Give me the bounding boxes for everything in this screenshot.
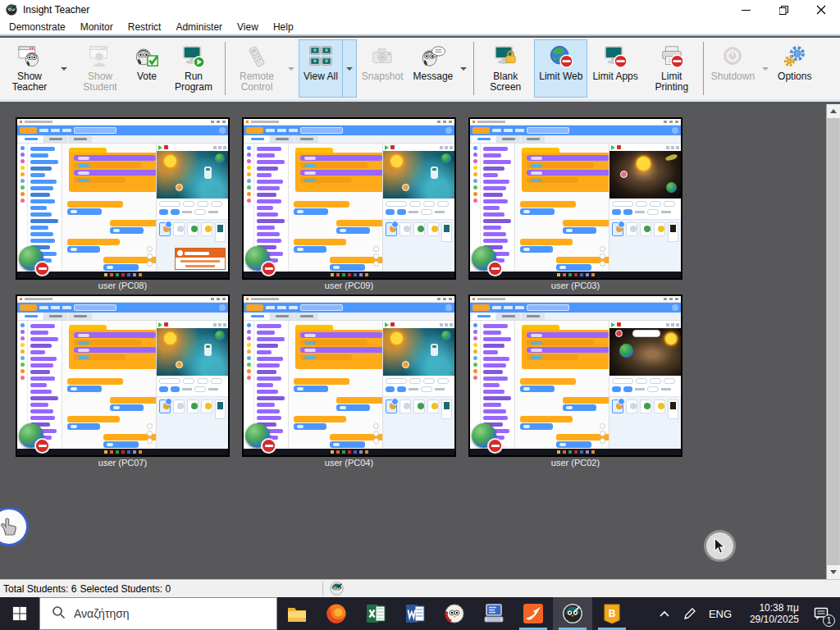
taskbar-icon-insight[interactable] [553, 597, 592, 630]
no-entry-icon [487, 261, 503, 276]
menu-help[interactable]: Help [266, 20, 301, 34]
menu-monitor[interactable]: Monitor [73, 20, 121, 34]
sun-sprite [164, 155, 176, 167]
saturn-sprite [664, 153, 678, 162]
student-screen-frame [242, 117, 456, 280]
run-program-button[interactable]: Run Program [165, 39, 222, 98]
dropdown-arrow[interactable] [457, 40, 470, 97]
vote-button[interactable]: Vote [129, 39, 165, 98]
green-flag-icon [158, 145, 162, 150]
no-entry-icon [261, 438, 276, 454]
earth-sprite [215, 153, 225, 163]
dropdown-arrow [759, 40, 772, 97]
taskbar-icon-computer-app[interactable] [474, 597, 514, 630]
selected-students-label: Selected Students: 0 [76, 583, 171, 595]
limit-printing-icon [659, 43, 685, 70]
restore-button[interactable] [765, 0, 802, 20]
student-thumbnail[interactable]: user (PC04) [242, 294, 456, 468]
menu-administer[interactable]: Administer [168, 20, 230, 34]
options-button[interactable]: Options [773, 39, 816, 98]
show-teacher-icon [16, 43, 43, 70]
menu-bar: DemonstrateMonitorRestrictAdministerView… [0, 20, 840, 36]
student-thumbnails-area: user (PC08) [0, 104, 826, 579]
menu-restrict[interactable]: Restrict [121, 20, 169, 34]
start-button[interactable] [0, 597, 39, 630]
language-indicator[interactable]: ENG [704, 597, 737, 630]
clock[interactable]: 10:38 πμ 29/10/2025 [737, 597, 802, 630]
minimize-button[interactable] [727, 0, 765, 20]
toolbar-button-label: Limit Web [539, 71, 582, 82]
insight-owl-icon [5, 3, 18, 16]
scroll-up-arrow[interactable] [827, 104, 840, 118]
student-thumbnail[interactable]: user (PC07) [16, 294, 230, 468]
show-teacher-button[interactable]: Show Teacher [1, 39, 71, 98]
student-thumbnail[interactable]: user (PC02) [468, 294, 682, 468]
limit-web-button[interactable]: Limit Web [534, 39, 587, 98]
character-sprite-1 [176, 184, 183, 191]
pen-tray-icon[interactable] [676, 597, 704, 630]
taskbar-icon-excel[interactable] [356, 597, 395, 630]
toolbar: Show TeacherShow StudentVoteRun ProgramR… [0, 38, 840, 102]
green-flag-icon [158, 322, 162, 327]
toolbar-button-label: Vote [137, 71, 157, 82]
student-thumbnail[interactable]: user (PC09) [242, 117, 456, 291]
taskbar-icon-firefox[interactable] [317, 597, 356, 630]
clock-date: 29/10/2025 [750, 614, 799, 625]
vertical-scrollbar[interactable] [826, 104, 840, 579]
student-screen-preview [244, 296, 454, 455]
scroll-down-arrow[interactable] [827, 565, 840, 579]
hidden-icons-chevron[interactable] [653, 597, 676, 630]
stop-icon [390, 145, 395, 149]
earth-sprite [619, 344, 633, 358]
notification-center-button[interactable]: 1 [802, 597, 840, 630]
character-sprite-2 [431, 344, 438, 356]
shutdown-button: Shutdown [706, 39, 773, 98]
limit-apps-button[interactable]: Limit Apps [587, 39, 642, 98]
student-thumbnail[interactable]: user (PC08) [16, 117, 230, 291]
blank-screen-button[interactable]: Blank Screen [477, 39, 534, 98]
limit-printing-button[interactable]: Limit Printing [643, 39, 701, 98]
taskbar-icon-flash-app[interactable] [514, 597, 553, 630]
character-sprite-1 [402, 361, 409, 368]
taskbar-icon-b-app[interactable]: B [592, 597, 632, 630]
character-sprite-2 [204, 344, 212, 356]
taskbar-icon-owl-app[interactable] [435, 597, 474, 630]
taskbar-icon-word[interactable] [395, 597, 435, 630]
taskbar-search-input[interactable]: Αναζήτηση [39, 597, 277, 630]
character-sprite-1 [176, 361, 183, 368]
menu-view[interactable]: View [230, 20, 266, 34]
dropdown-arrow[interactable] [57, 40, 71, 97]
dropdown-arrow [285, 40, 298, 97]
message-button[interactable]: Message [409, 39, 472, 98]
scratch-header [244, 126, 454, 135]
menu-demonstrate[interactable]: Demonstrate [2, 20, 73, 34]
scratch-code-area [289, 144, 382, 272]
sun-sprite [665, 333, 677, 345]
toolbar-button-label: Options [778, 71, 811, 82]
scratch-code-area [62, 321, 156, 449]
scrollbar-thumb[interactable] [828, 118, 839, 565]
scratch-logo [472, 304, 490, 311]
toolbar-button-label: Message [413, 71, 454, 82]
message-icon [420, 43, 446, 70]
taskbar-icon-file-explorer[interactable] [277, 597, 317, 630]
scratch-header [17, 303, 228, 313]
scratch-code-area [515, 321, 609, 449]
earth-sprite [215, 331, 225, 340]
character-sprite-2 [204, 167, 212, 179]
student-thumbnail[interactable]: user (PC03) [468, 117, 682, 291]
no-entry-icon [487, 438, 503, 454]
student-name-label: user (PC02) [468, 458, 682, 468]
scratch-stage [383, 328, 454, 376]
stop-icon [617, 322, 621, 326]
scratch-stage [609, 151, 681, 199]
sprite-list [609, 220, 681, 272]
dropdown-arrow[interactable] [342, 40, 356, 97]
scratch-logo [246, 304, 263, 311]
view-all-button[interactable]: View All [299, 39, 357, 98]
scratch-stage [383, 151, 454, 199]
search-placeholder: Αναζήτηση [74, 607, 130, 620]
vote-icon [134, 43, 160, 70]
close-button[interactable] [802, 0, 840, 20]
scratch-logo [20, 304, 37, 311]
